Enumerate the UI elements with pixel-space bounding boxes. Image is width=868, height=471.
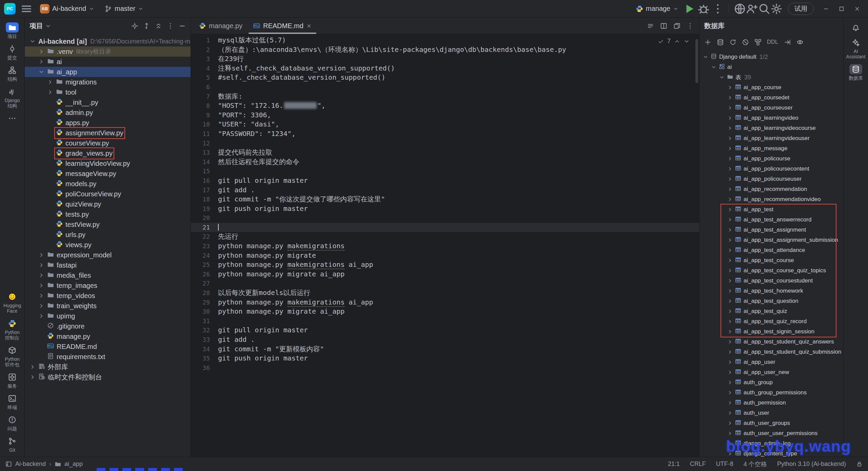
tree-item[interactable]: fastapi bbox=[25, 260, 191, 270]
db-table-item[interactable]: auth_group_permissions bbox=[699, 388, 843, 398]
chevron-right-icon[interactable] bbox=[29, 374, 36, 380]
code-line[interactable]: 32git pull origin master bbox=[191, 326, 699, 335]
close-tab-icon[interactable] bbox=[307, 23, 312, 28]
tree-item[interactable]: learningVideoView.py bbox=[25, 158, 191, 169]
code-line[interactable]: 4注释self._check_database_version_supporte… bbox=[191, 64, 699, 73]
code-line[interactable]: 10"USER": "dasi", bbox=[191, 120, 699, 129]
tool-button-problems[interactable]: 问题 bbox=[0, 413, 24, 433]
chevron-right-icon[interactable] bbox=[38, 272, 45, 278]
tree-item[interactable]: __init__.py bbox=[25, 97, 191, 107]
db-table-item[interactable]: ai_app_test_course bbox=[699, 255, 843, 266]
code-line[interactable]: 21 bbox=[191, 223, 699, 232]
code-line[interactable]: 24python manage.py migrate bbox=[191, 251, 699, 260]
chevron-right-icon[interactable] bbox=[727, 237, 733, 243]
ddl-button[interactable]: DDL bbox=[767, 39, 778, 45]
main-menu-button[interactable] bbox=[20, 3, 33, 15]
db-table-item[interactable]: ai_app_message bbox=[699, 143, 843, 154]
code-line[interactable]: 16git pull origin master bbox=[191, 176, 699, 185]
tree-item[interactable]: temp_videos bbox=[25, 291, 191, 301]
tool-button-python-packages[interactable]: Python软件包 bbox=[0, 344, 24, 369]
db-table-item[interactable]: ai_app_courseuser bbox=[699, 103, 843, 113]
scroll-from-source-button[interactable] bbox=[143, 22, 150, 30]
code-line[interactable]: 9"PORT": 3306, bbox=[191, 111, 699, 120]
db-table-item[interactable]: ai_app_recommendationvideo bbox=[699, 194, 843, 204]
close-button[interactable] bbox=[850, 3, 864, 15]
tree-item[interactable]: apps.py bbox=[25, 118, 191, 128]
line-ending[interactable]: CRLF bbox=[690, 460, 706, 468]
trial-button[interactable]: 试用 bbox=[788, 3, 814, 15]
code-line[interactable]: 28以后每次更新models以后运行 bbox=[191, 288, 699, 298]
code-line[interactable]: 33git add . bbox=[191, 335, 699, 345]
tool-button-hugging-face[interactable]: HuggingFace bbox=[0, 290, 24, 315]
tree-item[interactable]: requirements.txt bbox=[25, 352, 191, 362]
chevron-right-icon[interactable] bbox=[727, 146, 733, 151]
code-line[interactable]: 22先运行 bbox=[191, 232, 699, 241]
db-table-item[interactable]: ai_app_recommendation bbox=[699, 184, 843, 194]
tree-item[interactable]: tool bbox=[25, 87, 191, 97]
minimize-button[interactable] bbox=[819, 3, 833, 15]
db-table-item[interactable]: ai_app_user_new bbox=[699, 367, 843, 377]
chevron-right-icon[interactable] bbox=[38, 303, 45, 309]
chevron-right-icon[interactable] bbox=[727, 400, 733, 406]
db-table-item[interactable]: ai_app_course bbox=[699, 82, 843, 93]
tool-button-database[interactable]: 数据库 bbox=[844, 63, 868, 82]
more-tabs-button[interactable] bbox=[687, 22, 694, 30]
editor-tab-README.md[interactable]: README.md bbox=[248, 18, 317, 34]
code-line[interactable]: 1mysql版本过低(5.7) bbox=[191, 36, 699, 45]
code-line[interactable]: 3在239行 bbox=[191, 54, 699, 64]
project-widget[interactable]: AB Ai-backend bbox=[37, 3, 97, 15]
db-table-item[interactable]: ai_app_coursedet bbox=[699, 93, 843, 103]
tree-item[interactable]: urls.py bbox=[25, 230, 191, 240]
db-table-item[interactable]: ai_app_learningvideocourse bbox=[699, 123, 843, 133]
remote-dev-button[interactable] bbox=[734, 3, 746, 15]
code-line[interactable]: 36 bbox=[191, 363, 699, 373]
tool-button-commit[interactable]: 提交 bbox=[0, 42, 24, 62]
db-table-item[interactable]: ai_app_test_assignment_submission bbox=[699, 235, 843, 245]
code-line[interactable]: 14然后往远程仓库提交的命令 bbox=[191, 157, 699, 167]
next-problem-icon[interactable] bbox=[684, 38, 690, 44]
db-table-item[interactable]: ai_app_test_quiz bbox=[699, 306, 843, 316]
indent-setting[interactable]: 4 个空格 bbox=[744, 460, 767, 468]
db-table-item[interactable]: ai_app_test_course_quiz_topics bbox=[699, 266, 843, 276]
code-line[interactable]: 8"HOST": "172.16.", bbox=[191, 101, 699, 111]
chevron-right-icon[interactable] bbox=[727, 115, 733, 121]
diagram-button[interactable] bbox=[754, 39, 762, 46]
chevron-right-icon[interactable] bbox=[727, 176, 733, 182]
db-table-item[interactable]: ai_app_learningvideouser bbox=[699, 133, 843, 143]
chevron-right-icon[interactable] bbox=[727, 207, 733, 212]
tree-item[interactable]: README.md bbox=[25, 341, 191, 352]
chevron-right-icon[interactable] bbox=[727, 268, 733, 273]
chevron-right-icon[interactable] bbox=[46, 79, 54, 85]
chevron-right-icon[interactable] bbox=[38, 313, 45, 319]
chevron-right-icon[interactable] bbox=[38, 48, 45, 55]
code-line[interactable]: 13提交代码前先拉取 bbox=[191, 148, 699, 157]
chevron-right-icon[interactable] bbox=[727, 420, 733, 426]
db-table-item[interactable]: ai_app_test_quiz_record bbox=[699, 316, 843, 327]
editor-tab-manage.py[interactable]: manage.py bbox=[194, 18, 248, 34]
code-line[interactable]: 27 bbox=[191, 279, 699, 288]
tool-button-ai-assistant[interactable]: AIAssistant bbox=[844, 36, 868, 61]
code-line[interactable]: 34git commit -m "更新模板内容" bbox=[191, 345, 699, 354]
tree-item[interactable]: 表39 bbox=[699, 72, 843, 82]
chevron-right-icon[interactable] bbox=[727, 278, 733, 283]
debug-button[interactable] bbox=[697, 3, 710, 15]
chevron-right-icon[interactable] bbox=[727, 298, 733, 304]
db-table-item[interactable]: ai_app_test_homework bbox=[699, 286, 843, 296]
tree-item[interactable]: upimg bbox=[25, 311, 191, 321]
breadcrumb-project[interactable]: Ai-backend bbox=[15, 460, 46, 468]
tool-button-notifications[interactable] bbox=[844, 21, 868, 34]
code-line[interactable]: 6 bbox=[191, 82, 699, 92]
db-table-item[interactable]: ai_app_test_attendance bbox=[699, 245, 843, 255]
db-table-item[interactable]: auth_user_groups bbox=[699, 418, 843, 428]
tree-item[interactable]: ai_app bbox=[25, 67, 191, 77]
chevron-right-icon[interactable] bbox=[727, 217, 733, 222]
chevron-right-icon[interactable] bbox=[38, 59, 45, 65]
db-table-item[interactable]: ai_app_test_question bbox=[699, 296, 843, 306]
db-table-item[interactable]: ai_app_test_student_quiz_answers bbox=[699, 337, 843, 347]
chevron-right-icon[interactable] bbox=[727, 441, 733, 446]
chevron-right-icon[interactable] bbox=[727, 329, 733, 334]
tree-item[interactable]: ai bbox=[699, 62, 843, 72]
tree-item[interactable]: train_weights bbox=[25, 301, 191, 311]
code-line[interactable]: 15 bbox=[191, 166, 699, 176]
chevron-right-icon[interactable] bbox=[38, 293, 45, 299]
